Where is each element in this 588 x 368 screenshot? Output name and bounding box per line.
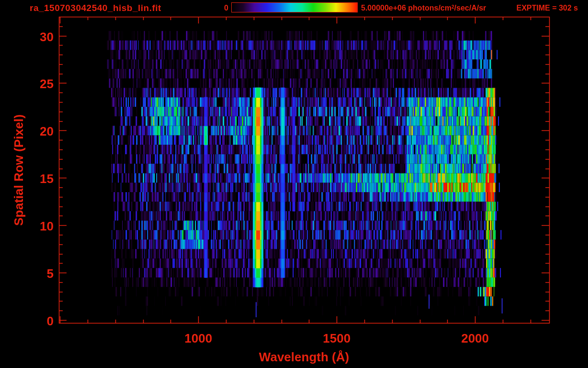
x-tick-label: 1500: [308, 331, 365, 346]
y-tick-label: 0: [20, 314, 54, 329]
colorbar: [231, 2, 358, 12]
colorbar-max-suffix: /sec/A/sr: [454, 4, 486, 12]
exptime-label: EXPTIME = 302 s: [516, 4, 578, 12]
y-tick-label: 25: [20, 77, 54, 92]
colorbar-max-prefix: 5.00000e+06 photons/cm: [361, 4, 452, 12]
colorbar-min-label: 0: [218, 4, 228, 12]
x-tick-label: 1000: [170, 331, 227, 346]
colorbar-max-label: 5.00000e+06 photons/cm2/sec/A/sr: [361, 4, 486, 12]
heatmap-canvas: [0, 0, 588, 368]
page-title: ra_150703042540_hisb_lin.fit: [30, 3, 161, 12]
y-tick-label: 30: [20, 30, 54, 45]
x-tick-label: 2000: [446, 331, 504, 346]
x-axis-title: Wavelength (Å): [259, 351, 349, 363]
y-axis-title: Spatial Row (Pixel): [12, 115, 25, 226]
spectral-image-viewer: ra_150703042540_hisb_lin.fit 0 5.00000e+…: [0, 0, 588, 368]
y-tick-label: 5: [20, 266, 54, 281]
